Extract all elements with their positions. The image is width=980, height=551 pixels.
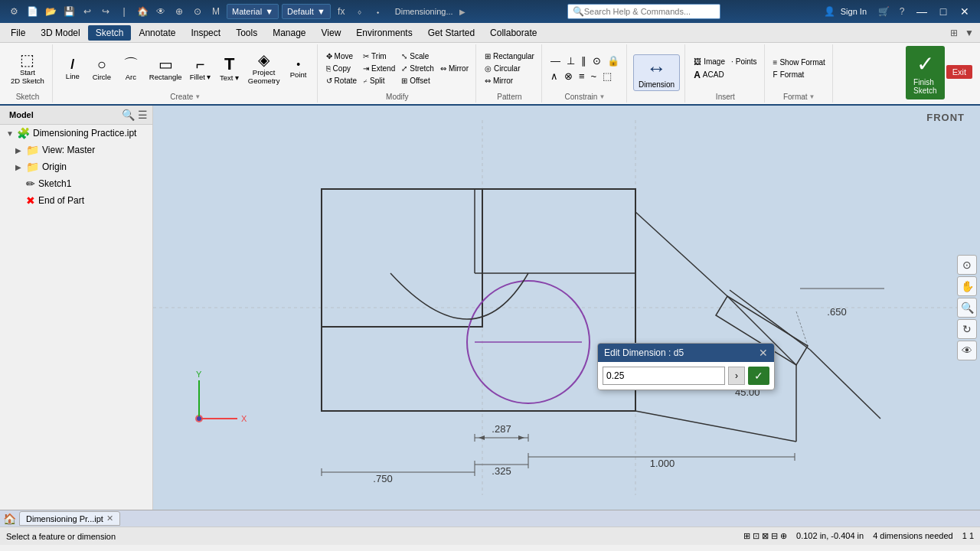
minimize-btn[interactable]: —: [913, 4, 931, 19]
view-btn[interactable]: 👁: [153, 4, 168, 19]
pan-btn[interactable]: ✋: [957, 276, 977, 296]
edit-dimension-input[interactable]: [603, 367, 725, 385]
tree-item-end-of-part[interactable]: ✖ End of Part: [0, 192, 152, 209]
home-tb-btn[interactable]: 🏠: [135, 4, 150, 19]
constrain-c9[interactable]: ~: [589, 69, 599, 83]
ribbon-toggle[interactable]: ⊞: [946, 25, 962, 41]
points-btn[interactable]: ·Points: [729, 56, 760, 67]
arc-icon: ⌒: [123, 57, 139, 72]
canvas-area[interactable]: .750 .325 .287 1.000 .650 45.00: [153, 106, 980, 510]
orbit-btn[interactable]: ↻: [957, 319, 977, 339]
constrain-c8[interactable]: ≡: [577, 69, 587, 83]
line-btn[interactable]: / Line: [59, 56, 87, 82]
menu-collaborate[interactable]: Collaborate: [482, 25, 544, 41]
expand-toggle[interactable]: ▼: [962, 25, 977, 41]
view-btn2[interactable]: 👁: [957, 341, 977, 360]
edit-dimension-close-btn[interactable]: ✕: [759, 347, 768, 359]
circle-btn[interactable]: ○ Circle: [88, 55, 116, 83]
fillet-btn[interactable]: ⌐ Fillet ▾: [187, 55, 214, 83]
help-icon[interactable]: ?: [894, 4, 910, 19]
mirror2-btn[interactable]: ⇔Mirror: [482, 75, 537, 86]
scale-btn[interactable]: ⤡Scale: [399, 51, 436, 62]
format-btn[interactable]: FFormat: [771, 69, 828, 80]
copy-btn[interactable]: ⎘Copy: [324, 63, 359, 74]
tree-item-origin[interactable]: ▶ 📁 Origin: [0, 158, 152, 175]
split-btn[interactable]: ⌿Split: [361, 75, 397, 86]
menu-sketch[interactable]: Sketch: [88, 25, 132, 41]
default-dropdown[interactable]: Default ▼: [282, 4, 331, 19]
menu-environments[interactable]: Environments: [348, 25, 420, 41]
search-input[interactable]: [584, 7, 699, 16]
offset-btn[interactable]: ⊞Offset: [399, 75, 436, 86]
material-dropdown[interactable]: Material ▼: [227, 4, 279, 19]
constrain-c7[interactable]: ⊗: [562, 69, 575, 83]
rectangular-btn[interactable]: ⊞Rectangular: [482, 51, 537, 62]
constrain-c1[interactable]: —: [548, 54, 563, 68]
menu-3dmodel[interactable]: 3D Model: [33, 25, 87, 41]
arc-btn[interactable]: ⌒ Arc: [117, 55, 145, 83]
menu-manage[interactable]: Manage: [265, 25, 313, 41]
app-icon[interactable]: ⚙: [6, 4, 21, 19]
tree-item-view-master[interactable]: ▶ 📁 View: Master: [0, 142, 152, 158]
open-btn[interactable]: 📂: [43, 4, 58, 19]
tab-dimensioning[interactable]: Dimensioning Pr...ipt ✕: [19, 511, 120, 526]
sign-in[interactable]: Sign In: [841, 7, 867, 16]
tree-item-sketch1[interactable]: ✏ Sketch1: [0, 175, 152, 192]
tree-item-part[interactable]: ▼ 🧩 Dimensioning Practice.ipt: [0, 125, 152, 142]
save-btn[interactable]: 💾: [61, 4, 77, 19]
close-btn[interactable]: ✕: [956, 4, 974, 19]
circular-btn[interactable]: ◎Circular: [482, 63, 537, 74]
zoom-btn[interactable]: 🔍: [957, 298, 977, 318]
exit-btn[interactable]: Exit: [946, 65, 972, 79]
text-btn[interactable]: T Text ▾: [216, 54, 243, 83]
edit-dimension-ok-btn[interactable]: ✓: [748, 367, 769, 385]
undo-btn[interactable]: ↩: [80, 4, 95, 19]
rotate-btn[interactable]: ↺Rotate: [324, 75, 359, 86]
dimension-btn[interactable]: ↔ Dimension: [633, 54, 680, 91]
sidebar-tab-model[interactable]: Model: [5, 109, 38, 121]
menu-annotate[interactable]: Annotate: [131, 25, 183, 41]
fx-btn[interactable]: fx: [334, 4, 349, 19]
menu-get-started[interactable]: Get Started: [420, 25, 482, 41]
new-btn[interactable]: 📄: [24, 4, 40, 19]
redo-btn[interactable]: ↪: [98, 4, 113, 19]
stretch-btn[interactable]: ⤢Stretch: [399, 63, 436, 74]
constrain-c6[interactable]: ∧: [548, 69, 560, 83]
menu-file[interactable]: File: [3, 25, 33, 41]
project-geometry-btn[interactable]: ◈ ProjectGeometry: [245, 51, 283, 86]
menu-inspect[interactable]: Inspect: [183, 25, 228, 41]
constrain-c3[interactable]: ∥: [579, 54, 589, 68]
constrain-c2[interactable]: ⊥: [564, 54, 577, 68]
search-bar[interactable]: 🔍: [567, 4, 720, 19]
image-btn[interactable]: 🖼Image: [691, 56, 727, 67]
dim-btn[interactable]: ⬨: [352, 4, 368, 19]
home-btn[interactable]: 🏠: [3, 513, 16, 525]
rectangle-btn[interactable]: ▭ Rectangle: [146, 55, 185, 83]
tab-close-btn[interactable]: ✕: [106, 514, 113, 523]
mirror-btn[interactable]: ⇔Mirror: [438, 63, 471, 74]
start-2d-sketch-btn[interactable]: ⬚ Start2D Sketch: [8, 51, 47, 86]
cart-icon[interactable]: 🛒: [876, 4, 891, 19]
acad-btn[interactable]: AACAD: [691, 68, 726, 82]
constrain-c4[interactable]: ⊙: [590, 54, 603, 68]
orbit-btn[interactable]: ⊕: [172, 4, 187, 19]
move-btn[interactable]: ✥Move: [324, 51, 359, 62]
constrain-c5[interactable]: 🔒: [605, 54, 622, 68]
menu-view[interactable]: View: [314, 25, 349, 41]
sidebar-menu-icon[interactable]: ☰: [138, 109, 148, 121]
maximize-btn[interactable]: □: [934, 4, 952, 19]
show-format-btn[interactable]: ≡Show Format: [771, 57, 828, 68]
zoom-fit-btn[interactable]: ⊙: [957, 255, 977, 275]
dim2-btn[interactable]: ⬩: [371, 4, 386, 19]
extend-btn[interactable]: ⇥Extend: [361, 63, 397, 74]
finish-sketch-btn[interactable]: ✓ FinishSketch: [906, 46, 945, 99]
trim-btn[interactable]: ✂Trim: [361, 51, 397, 62]
user-icon[interactable]: 👤: [822, 4, 838, 19]
edit-dimension-arrow-btn[interactable]: ›: [728, 367, 745, 385]
material-dropdown-icon[interactable]: M: [208, 4, 224, 19]
more-btn[interactable]: ⊙: [190, 4, 205, 19]
point-btn[interactable]: • Point: [285, 57, 312, 80]
menu-tools[interactable]: Tools: [228, 25, 265, 41]
constrain-c10[interactable]: ⬚: [600, 69, 614, 83]
sidebar-search-icon[interactable]: 🔍: [122, 109, 135, 121]
